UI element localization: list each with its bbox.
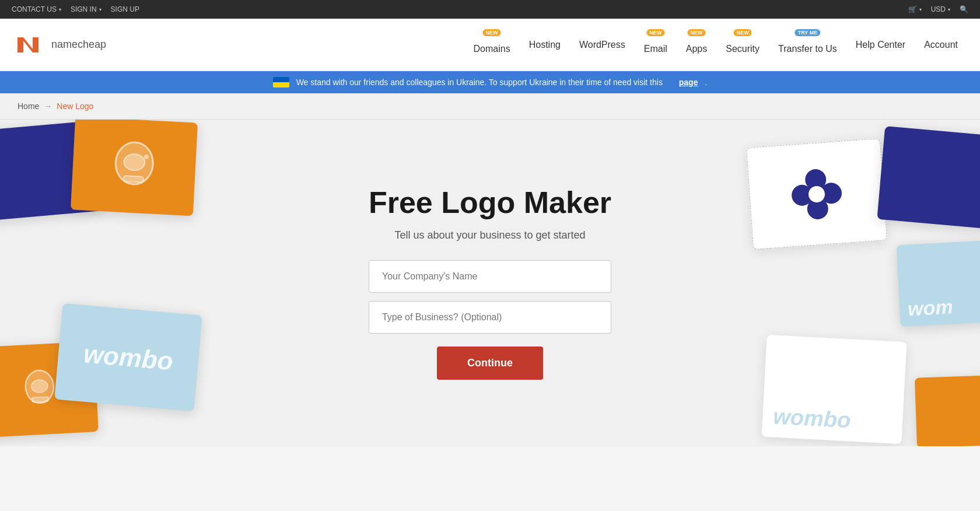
card-orange-br <box>915 374 980 446</box>
top-bar: CONTACT US ▾ SIGN IN ▾ SIGN UP 🛒 ▾ USD ▾… <box>0 0 980 19</box>
logo-text: namecheap <box>51 38 106 51</box>
svg-point-5 <box>31 379 48 393</box>
sign-up-link[interactable]: SIGN UP <box>111 5 139 13</box>
svg-point-1 <box>124 153 145 171</box>
cart-icon: 🛒 <box>908 5 917 13</box>
signin-caret-icon: ▾ <box>99 7 102 12</box>
search-link[interactable]: 🔍 <box>960 5 968 13</box>
ukraine-banner-text: We stand with our friends and colleagues… <box>296 78 663 87</box>
company-name-input[interactable] <box>369 260 611 293</box>
nav-email[interactable]: NEW Email <box>636 19 676 71</box>
nav-items: NEW Domains Hosting WordPress NEW Email … <box>466 19 966 71</box>
currency-caret-icon: ▾ <box>948 7 950 12</box>
nav-wordpress[interactable]: WordPress <box>571 19 634 71</box>
card-lightblue-right: wom <box>896 239 980 327</box>
nav-account[interactable]: Account <box>916 19 966 71</box>
hero-center: Free Logo Maker Tell us about your busin… <box>357 163 623 402</box>
breadcrumb: Home → New Logo <box>0 93 980 120</box>
main-nav: namecheap NEW Domains Hosting WordPress … <box>0 19 980 71</box>
logo[interactable]: namecheap <box>14 34 106 56</box>
ukraine-banner: We stand with our friends and colleagues… <box>0 71 980 93</box>
company-name-field <box>369 260 611 293</box>
card-lightblue-wombo: wombo <box>54 303 202 411</box>
sign-in-link[interactable]: SIGN IN ▾ <box>71 5 102 13</box>
email-badge: NEW <box>646 29 664 36</box>
cards-left: wombo <box>0 120 251 446</box>
top-bar-left: CONTACT US ▾ SIGN IN ▾ SIGN UP <box>12 5 139 13</box>
card-white-bottom-wombo: wombo <box>762 335 907 444</box>
card-blue-right <box>877 126 980 230</box>
hero-title: Free Logo Maker <box>369 186 611 219</box>
currency-selector[interactable]: USD ▾ <box>931 5 950 13</box>
card-orange-helmet <box>71 120 198 216</box>
continue-button[interactable]: Continue <box>437 346 543 380</box>
breadcrumb-current: New Logo <box>57 102 93 111</box>
breadcrumb-home[interactable]: Home <box>18 102 39 111</box>
helmet-icon <box>107 139 162 194</box>
ukraine-page-link[interactable]: page <box>679 78 698 87</box>
hero-subtitle: Tell us about your business to get start… <box>369 229 611 242</box>
wombo-text-bottom: wombo <box>772 404 851 433</box>
svg-rect-6 <box>32 397 48 402</box>
business-type-input[interactable] <box>369 301 611 334</box>
nav-domains[interactable]: NEW Domains <box>466 19 519 71</box>
flag-yellow-stripe <box>273 82 289 88</box>
transfer-badge: TRY ME <box>795 29 821 36</box>
contact-us-link[interactable]: CONTACT US ▾ <box>12 5 61 13</box>
cart-caret-icon: ▾ <box>919 7 922 12</box>
wombo-text-left: wombo <box>82 339 174 376</box>
helmet-icon-small <box>18 368 61 411</box>
cart-link[interactable]: 🛒 ▾ <box>908 5 922 13</box>
search-icon: 🔍 <box>960 5 968 13</box>
top-bar-right: 🛒 ▾ USD ▾ 🔍 <box>908 5 968 13</box>
nav-help[interactable]: Help Center <box>848 19 914 71</box>
nav-hosting[interactable]: Hosting <box>521 19 569 71</box>
nav-apps[interactable]: NEW Apps <box>678 19 715 71</box>
flower-icon <box>786 163 848 225</box>
contact-caret-icon: ▾ <box>59 7 61 12</box>
cards-right: wom wombo <box>735 120 980 446</box>
flag-blue-stripe <box>273 77 289 82</box>
domains-badge: NEW <box>483 29 501 36</box>
nav-transfer[interactable]: TRY ME Transfer to Us <box>770 19 845 71</box>
hero-section: wombo wom wombo Fr <box>0 120 980 446</box>
ukraine-flag <box>273 77 289 88</box>
card-flower <box>746 138 887 250</box>
svg-rect-2 <box>124 176 144 183</box>
breadcrumb-separator: → <box>44 102 52 111</box>
nav-security[interactable]: NEW Security <box>718 19 768 71</box>
business-type-field <box>369 301 611 334</box>
apps-badge: NEW <box>688 29 706 36</box>
wombo-text-right: wom <box>907 295 953 320</box>
namecheap-logo-icon <box>14 34 42 56</box>
security-badge: NEW <box>734 29 752 36</box>
